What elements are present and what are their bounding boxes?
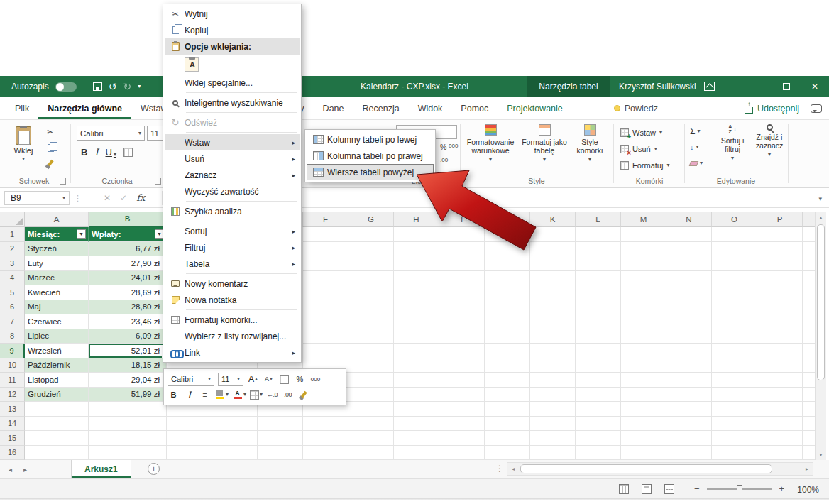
cell-K7[interactable] <box>530 314 576 329</box>
column-header-O[interactable]: O <box>712 212 757 227</box>
quick-access-dropdown-icon[interactable]: ▾ <box>138 84 141 89</box>
cell-H7[interactable] <box>394 314 439 329</box>
cell-O15[interactable] <box>712 431 757 446</box>
cell-M15[interactable] <box>621 431 666 446</box>
sheet-nav-right-icon[interactable]: ▸ <box>23 466 27 473</box>
cell-I8[interactable] <box>439 329 485 344</box>
row-header-2[interactable]: 2 <box>0 242 25 257</box>
cell-M11[interactable] <box>621 373 666 388</box>
cell-N16[interactable] <box>666 446 712 461</box>
close-button[interactable]: ✕ <box>801 76 829 97</box>
cell-G12[interactable] <box>348 388 394 402</box>
column-header-M[interactable]: M <box>621 212 666 227</box>
autosave-toggle[interactable] <box>55 82 77 92</box>
ribbon-tab-widok[interactable]: Widok <box>409 97 452 119</box>
cell-P10[interactable] <box>757 358 803 373</box>
cell-A12[interactable]: Grudzień <box>25 388 89 402</box>
cell-P9[interactable] <box>757 344 803 358</box>
add-sheet-button[interactable]: + <box>148 463 160 475</box>
cell-I5[interactable] <box>439 285 485 300</box>
cell-E14[interactable] <box>258 417 303 432</box>
cell-L10[interactable] <box>576 358 621 373</box>
italic-button[interactable]: I <box>94 147 98 158</box>
menu-item-formatuj-komórki[interactable]: Formatuj komórki... <box>165 312 300 328</box>
ribbon-tab-projektowanie[interactable]: Projektowanie <box>498 97 572 119</box>
cell-G7[interactable] <box>348 314 394 329</box>
clipboard-dialog-launcher[interactable] <box>60 178 66 185</box>
cell-L5[interactable] <box>576 285 621 300</box>
cell-A11[interactable]: Listopad <box>25 373 89 388</box>
cell-O10[interactable] <box>712 358 757 373</box>
column-header-N[interactable]: N <box>666 212 712 227</box>
format-painter-button[interactable] <box>43 157 58 170</box>
menu-item-szybka-analiza[interactable]: Szybka analiza <box>165 203 300 219</box>
cell-N3[interactable] <box>666 256 712 271</box>
cell-G9[interactable] <box>348 344 394 358</box>
delete-cells-button[interactable]: Usuń ▾ <box>620 142 683 156</box>
mini-thousands-button[interactable]: 000 <box>309 373 322 386</box>
cell-L9[interactable] <box>576 344 621 358</box>
cell-A14[interactable] <box>25 417 89 432</box>
cut-button[interactable]: ✂ <box>43 126 58 138</box>
cell-L12[interactable] <box>576 388 621 402</box>
cell-N7[interactable] <box>666 314 712 329</box>
cell-I7[interactable] <box>439 314 485 329</box>
menu-item-usuń[interactable]: Usuń▸ <box>165 150 300 167</box>
mini-brush-button[interactable] <box>297 388 309 402</box>
shrink-font-button[interactable]: A▾ <box>263 373 275 386</box>
bold-button[interactable]: B <box>81 147 87 158</box>
mini-borders-button[interactable]: ▾ <box>250 388 263 402</box>
zoom-out-icon[interactable]: − <box>694 483 700 494</box>
scroll-right-icon[interactable]: ▸ <box>801 463 813 475</box>
share-button[interactable]: Udostępnij <box>745 104 799 114</box>
cell-G6[interactable] <box>348 300 394 315</box>
cell-N2[interactable] <box>666 242 712 257</box>
cell-B14[interactable] <box>89 417 167 432</box>
cell-A1[interactable]: Miesiąc:▼ <box>25 227 89 242</box>
mini-font-color-button[interactable]: A▾ <box>232 388 246 402</box>
scroll-down-icon[interactable]: ▾ <box>816 449 826 460</box>
cell-B12[interactable]: 51,99 zł <box>89 388 167 402</box>
scroll-up-icon[interactable]: ▴ <box>816 212 826 223</box>
cell-B15[interactable] <box>89 431 167 446</box>
mini-decimal-left-button[interactable]: ←.0 <box>266 388 278 402</box>
cell-K4[interactable] <box>530 271 576 286</box>
autosum-button[interactable]: Σ ▾ <box>690 125 711 138</box>
mini-font-size-combo[interactable]: 11 ▾ <box>218 373 243 386</box>
sheet-nav-left-icon[interactable]: ◂ <box>9 466 12 473</box>
column-header-F[interactable]: F <box>303 212 348 227</box>
cell-O3[interactable] <box>712 256 757 271</box>
formula-bar-handle[interactable]: ⋮ <box>74 194 82 203</box>
cell-H5[interactable] <box>394 285 439 300</box>
column-header-G[interactable]: G <box>348 212 394 227</box>
column-header-P[interactable]: P <box>757 212 803 227</box>
cell-F16[interactable] <box>303 446 348 461</box>
name-box[interactable]: B9 ▾ <box>4 191 70 205</box>
cell-P16[interactable] <box>757 446 803 461</box>
cell-P2[interactable] <box>757 242 803 257</box>
cell-F4[interactable] <box>303 271 348 286</box>
cell-H4[interactable] <box>394 271 439 286</box>
cell-A13[interactable] <box>25 402 89 417</box>
cell-B4[interactable]: 24,01 zł <box>89 271 167 286</box>
cell-G13[interactable] <box>348 402 394 417</box>
menu-item-wklej-specjalnie[interactable]: Wklej specjalnie... <box>165 75 300 91</box>
menu-item-wytnij[interactable]: ✂Wytnij <box>165 6 300 22</box>
cell-P3[interactable] <box>757 256 803 271</box>
comma-style-button[interactable]: 000 <box>449 143 458 149</box>
cell-L7[interactable] <box>576 314 621 329</box>
cell-A6[interactable]: Maj <box>25 300 89 315</box>
row-header-1[interactable]: 1 <box>0 227 25 242</box>
cell-G14[interactable] <box>348 417 394 432</box>
cell-A5[interactable]: Kwiecień <box>25 285 89 300</box>
row-header-5[interactable]: 5 <box>0 285 25 300</box>
cell-G8[interactable] <box>348 329 394 344</box>
cell-F3[interactable] <box>303 256 348 271</box>
zoom-slider-handle[interactable] <box>737 485 742 493</box>
borders-button[interactable] <box>123 148 133 157</box>
cell-I13[interactable] <box>439 402 485 417</box>
cell-B6[interactable]: 28,80 zł <box>89 300 167 315</box>
cell-O7[interactable] <box>712 314 757 329</box>
row-header-4[interactable]: 4 <box>0 271 25 286</box>
cell-D14[interactable] <box>212 417 258 432</box>
